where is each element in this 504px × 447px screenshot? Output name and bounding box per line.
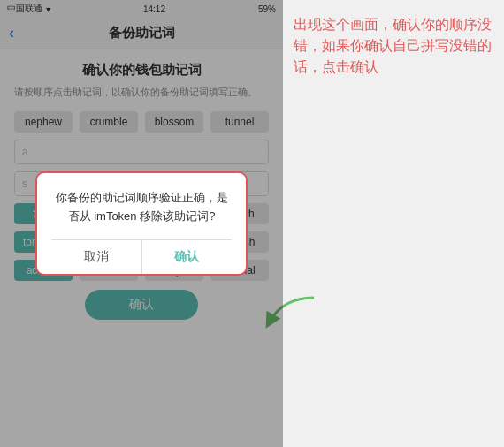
modal-overlay: 你备份的助记词顺序验证正确，是否从 imToken 移除该助记词? 取消 确认 bbox=[0, 0, 283, 447]
modal-cancel-button[interactable]: 取消 bbox=[51, 240, 142, 274]
modal-box: 你备份的助记词顺序验证正确，是否从 imToken 移除该助记词? 取消 确认 bbox=[35, 171, 248, 277]
modal-ok-button[interactable]: 确认 bbox=[142, 240, 233, 274]
annotation-panel: 出现这个画面，确认你的顺序没错，如果你确认自己拼写没错的话，点击确认 bbox=[283, 0, 504, 447]
modal-message: 你备份的助记词顺序验证正确，是否从 imToken 移除该助记词? bbox=[51, 189, 232, 226]
annotation-text: 出现这个画面，确认你的顺序没错，如果你确认自己拼写没错的话，点击确认 bbox=[294, 14, 493, 78]
modal-buttons: 取消 确认 bbox=[51, 239, 232, 274]
phone-screen: 中国联通 ▾ 14:12 59% ‹ 备份助记词 确认你的钱包助记词 请按顺序点… bbox=[0, 0, 283, 447]
